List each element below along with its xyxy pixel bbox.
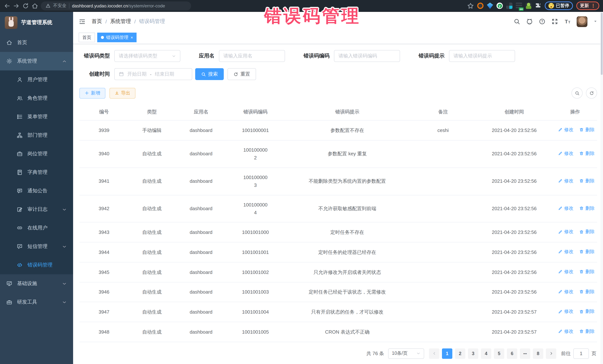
page-button-1[interactable]: 1 bbox=[442, 348, 452, 359]
sidebar-item-home[interactable]: 首页 bbox=[0, 33, 73, 52]
error-msg-input[interactable]: 请输入错误码提示 bbox=[449, 50, 515, 62]
extensions-puzzle-icon[interactable] bbox=[535, 3, 541, 9]
arrow-right-icon bbox=[549, 352, 553, 356]
sidebar-item-depts[interactable]: 部门管理 bbox=[0, 126, 73, 144]
sidebar-item-online-users[interactable]: 在线用户 bbox=[0, 219, 73, 237]
app-name-input[interactable]: 请输入应用名 bbox=[219, 50, 285, 62]
page-button-2[interactable]: 2 bbox=[455, 348, 465, 359]
sidebar-item-error-code[interactable]: 错误码管理 bbox=[0, 256, 73, 274]
extension-orange-icon[interactable] bbox=[477, 3, 484, 9]
page-size-select[interactable]: 10条/页 bbox=[388, 348, 424, 359]
delete-link[interactable]: 删除 bbox=[580, 288, 595, 295]
browser-home-icon[interactable] bbox=[32, 2, 38, 9]
error-code-input[interactable]: 请输入错误码编码 bbox=[334, 50, 400, 62]
address-bar[interactable]: 不安全 dashboard.yudao.iocoder.cn/system/er… bbox=[41, 1, 191, 10]
sidebar-item-menus[interactable]: 菜单管理 bbox=[0, 108, 73, 126]
extension-blue-gem-icon[interactable] bbox=[487, 3, 493, 9]
sidebar-toggle-icon[interactable] bbox=[79, 18, 86, 25]
page-button-8[interactable]: 8 bbox=[533, 348, 543, 359]
export-button[interactable]: 导出 bbox=[109, 88, 135, 99]
page-button-5[interactable]: 5 bbox=[494, 348, 504, 359]
tab-error-code[interactable]: 错误码管理 × bbox=[97, 33, 137, 42]
delete-link[interactable]: 删除 bbox=[580, 150, 595, 157]
extension-green-y-icon[interactable]: y bbox=[497, 3, 503, 9]
breadcrumb-item[interactable]: 系统管理 bbox=[110, 18, 131, 25]
cell-code: 1001001004 bbox=[227, 302, 284, 322]
edit-link[interactable]: 修改 bbox=[558, 268, 573, 276]
page-ellipsis-button[interactable]: ••• bbox=[520, 348, 530, 359]
delete-link[interactable]: 删除 bbox=[580, 228, 595, 236]
delete-link[interactable]: 删除 bbox=[580, 126, 595, 134]
user-avatar[interactable] bbox=[577, 16, 587, 27]
breadcrumb-item[interactable]: 首页 bbox=[92, 18, 102, 25]
edit-link[interactable]: 修改 bbox=[558, 150, 573, 157]
sidebar-item-audit-log[interactable]: 审计日志 bbox=[0, 200, 73, 219]
sidebar-item-dev-tools[interactable]: 研发工具 bbox=[0, 293, 73, 311]
tab-close-icon[interactable]: × bbox=[131, 35, 133, 39]
page-button-3[interactable]: 3 bbox=[468, 348, 478, 359]
error-type-select[interactable]: 请选择错误码类型 bbox=[114, 50, 180, 62]
browser-reload-icon[interactable] bbox=[22, 2, 29, 9]
browser-forward-icon[interactable] bbox=[13, 2, 20, 9]
window-scrollbar[interactable] bbox=[600, 12, 603, 364]
filter-code-label: 错误码编码 bbox=[303, 53, 329, 59]
font-size-icon[interactable]: TT bbox=[564, 18, 571, 25]
reset-button[interactable]: 重置 bbox=[227, 68, 256, 80]
page-button-4[interactable]: 4 bbox=[481, 348, 491, 359]
extension-squares-icon[interactable] bbox=[506, 3, 512, 9]
table-header-cell: 错误码提示 bbox=[284, 104, 411, 120]
user-menu-caret-icon[interactable] bbox=[593, 20, 597, 23]
edit-link[interactable]: 修改 bbox=[558, 248, 573, 255]
delete-link[interactable]: 删除 bbox=[580, 268, 595, 276]
toggle-search-button[interactable] bbox=[571, 88, 583, 99]
edit-link[interactable]: 修改 bbox=[558, 228, 573, 236]
delete-link[interactable]: 删除 bbox=[580, 248, 595, 255]
delete-link[interactable]: 删除 bbox=[580, 204, 595, 212]
chevron-down-icon bbox=[62, 300, 67, 305]
prev-page-button[interactable] bbox=[429, 348, 439, 359]
scrollbar-thumb[interactable] bbox=[601, 13, 603, 75]
add-button[interactable]: 新增 bbox=[79, 88, 105, 99]
edit-link[interactable]: 修改 bbox=[558, 288, 573, 295]
extension-on-badge-icon[interactable]: on bbox=[516, 3, 522, 9]
sidebar-item-sms[interactable]: 短信管理 bbox=[0, 237, 73, 256]
page-button-6[interactable]: 6 bbox=[507, 348, 517, 359]
table-row: 3939手动编辑dashboard1001000001参数配置不存在ceshi2… bbox=[79, 120, 597, 140]
fullscreen-icon[interactable] bbox=[551, 18, 558, 25]
edit-link[interactable]: 修改 bbox=[558, 177, 573, 185]
date-range-picker[interactable]: 开始日期 - 结束日期 bbox=[114, 68, 192, 80]
cell-msg: 不允许获取敏感配置到前端 bbox=[284, 195, 411, 222]
tab-home[interactable]: 首页 bbox=[79, 33, 95, 42]
browser-update-button[interactable]: 更新 ⋮ bbox=[576, 1, 599, 10]
profile-paused-badge[interactable]: 已暂停 bbox=[545, 1, 573, 10]
sidebar-item-dict[interactable]: 字典管理 bbox=[0, 163, 73, 182]
bookmark-star-icon[interactable] bbox=[467, 2, 474, 9]
edit-link[interactable]: 修改 bbox=[558, 308, 573, 315]
delete-link[interactable]: 删除 bbox=[580, 177, 595, 185]
edit-link[interactable]: 修改 bbox=[558, 126, 573, 134]
delete-link[interactable]: 删除 bbox=[580, 308, 595, 315]
edit-link[interactable]: 修改 bbox=[558, 204, 573, 212]
sidebar-item-infra[interactable]: 基础设施 bbox=[0, 274, 73, 293]
sidebar-item-notice[interactable]: 通知公告 bbox=[0, 182, 73, 200]
delete-link[interactable]: 删除 bbox=[580, 328, 595, 335]
browser-back-icon[interactable] bbox=[4, 2, 10, 9]
github-icon[interactable] bbox=[526, 18, 533, 25]
breadcrumb-separator: / bbox=[134, 19, 136, 24]
sidebar-item-users[interactable]: 用户管理 bbox=[0, 70, 73, 89]
help-icon[interactable]: ? bbox=[539, 18, 545, 25]
sidebar-item-system[interactable]: 系统管理 bbox=[0, 52, 73, 70]
header-search-icon[interactable] bbox=[514, 18, 520, 25]
goto-page-input[interactable] bbox=[573, 348, 589, 359]
sidebar-item-roles[interactable]: 角色管理 bbox=[0, 89, 73, 108]
extension-green-figure-icon[interactable] bbox=[525, 3, 532, 9]
next-page-button[interactable] bbox=[546, 348, 556, 359]
app-logo-row[interactable]: 芋道管理系统 bbox=[0, 12, 73, 33]
sidebar-item-posts[interactable]: 岗位管理 bbox=[0, 144, 73, 163]
refresh-table-button[interactable] bbox=[586, 88, 597, 99]
select-arrow-icon bbox=[416, 352, 420, 356]
browser-menu-dots-icon[interactable]: ⋮ bbox=[591, 3, 596, 9]
edit-link[interactable]: 修改 bbox=[558, 328, 573, 335]
search-button[interactable]: 搜索 bbox=[195, 68, 224, 80]
cell-msg: 不能删除类型为系统内置的参数配置 bbox=[284, 167, 411, 195]
